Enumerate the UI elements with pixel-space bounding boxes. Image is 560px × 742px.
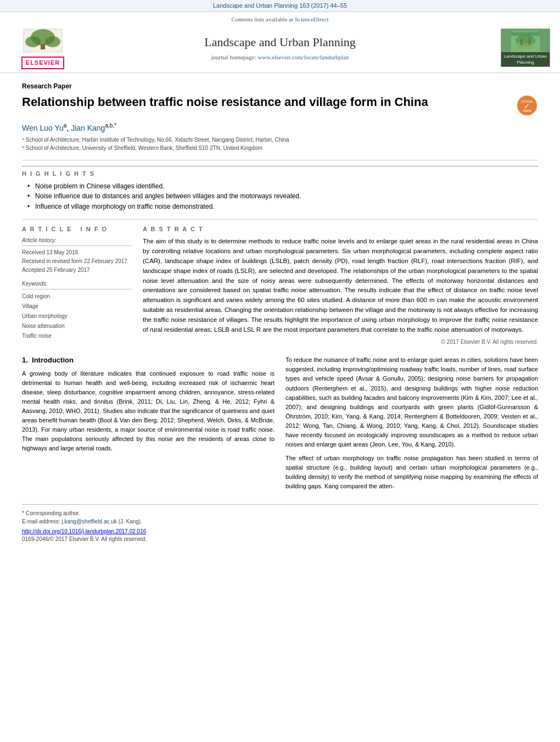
body-columns: 1. Introduction A growing body of litera… <box>22 355 538 495</box>
svg-point-3 <box>45 36 60 47</box>
page: Landscape and Urban Planning 163 (2017) … <box>0 0 560 742</box>
header-contents-line: Contents lists available at ScienceDirec… <box>0 15 560 24</box>
paper-type-label: Research Paper <box>22 82 538 91</box>
elsevier-tree-icon <box>21 26 65 57</box>
journal-homepage: journal homepage: www.elsevier.com/locat… <box>76 53 484 62</box>
svg-rect-11 <box>529 38 530 45</box>
email-label: E-mail address: <box>22 518 60 525</box>
keyword-5: Traffic noise <box>22 331 132 341</box>
article-info-section-label: A R T I C L E I N F O <box>22 225 132 233</box>
crossmark-icon: ✓ Cross Mark <box>516 94 538 116</box>
intro-para-3: The effect of urban morphology on traffi… <box>285 454 538 491</box>
intro-heading: 1. Introduction <box>22 355 275 365</box>
article-history: Article history: Received 13 May 2016 Re… <box>22 237 132 275</box>
svg-rect-9 <box>517 43 534 49</box>
highlight-item-2: Noise influence due to distances and ang… <box>27 192 538 201</box>
footer: * Corresponding author. E-mail address: … <box>22 504 538 543</box>
received-date: Received 13 May 2016 <box>22 248 132 257</box>
highlight-item-1: Noise problem in Chinese villages identi… <box>27 182 538 191</box>
affiliation-a: ᵃ School of Architecture, Harbin Institu… <box>22 136 538 144</box>
homepage-link[interactable]: www.elsevier.com/locate/landurbplan <box>257 54 349 60</box>
journal-cover-image: Landscape and Urban Planning <box>501 29 550 67</box>
title-row: Relationship between traffic noise resis… <box>22 94 538 116</box>
keyword-3: Urban morphology <box>22 311 132 321</box>
corresponding-note: * Corresponding author. <box>22 509 538 517</box>
header: Contents lists available at ScienceDirec… <box>0 12 560 73</box>
author-luo-yu[interactable]: Wen Luo Yu <box>22 124 64 132</box>
revised-date: Received in revised form 22 February 201… <box>22 257 132 266</box>
issn-copyright: 0169-2046/© 2017 Elsevier B.V. All right… <box>22 535 538 543</box>
paper-title: Relationship between traffic noise resis… <box>22 94 507 110</box>
sciencedirect-link[interactable]: ScienceDirect <box>295 16 329 23</box>
article-info-dates: Received 13 May 2016 Received in revised… <box>22 248 132 275</box>
keywords-section: Keywords: Cold region Village Urban morp… <box>22 280 132 341</box>
svg-point-2 <box>25 36 41 47</box>
journal-cover-container: Landscape and Urban Planning <box>484 29 550 67</box>
intro-para-1: A growing body of literature indicates t… <box>22 369 275 453</box>
journal-title: Landscape and Urban Planning <box>76 34 484 51</box>
svg-text:Cross: Cross <box>522 99 533 104</box>
body-col-left: 1. Introduction A growing body of litera… <box>22 355 275 495</box>
svg-rect-7 <box>512 30 539 32</box>
divider-2 <box>22 219 538 220</box>
authors-line: Wen Luo Yua, Jian Kanga,b,* <box>22 122 538 133</box>
highlights-section: H I G H L I G H T S Noise problem in Chi… <box>22 166 538 211</box>
contents-text: Contents lists available at <box>231 16 293 23</box>
homepage-label: journal homepage: <box>211 54 256 60</box>
doi-anchor[interactable]: http://dx.doi.org/10.1016/j.landurbplan.… <box>22 528 146 534</box>
elsevier-wordmark: ELSEVIER <box>21 57 64 69</box>
email-link[interactable]: j.kang@sheffield.ac.uk <box>61 518 117 525</box>
highlights-list: Noise problem in Chinese villages identi… <box>22 182 538 211</box>
keyword-4: Noise attenuation <box>22 321 132 331</box>
copyright-notice: © 2017 Elsevier B.V. All rights reserved… <box>143 338 538 346</box>
abstract-column: A B S T R A C T The aim of this study is… <box>143 225 538 347</box>
info-abstract-columns: A R T I C L E I N F O Article history: R… <box>22 225 538 347</box>
svg-rect-4 <box>41 44 45 49</box>
keywords-label: Keywords: <box>22 280 132 289</box>
article-history-label: Article history: <box>22 237 132 246</box>
keyword-2: Village <box>22 302 132 311</box>
affil-sup-ab: a,b,* <box>105 122 116 129</box>
affiliations: ᵃ School of Architecture, Harbin Institu… <box>22 136 538 152</box>
content: Research Paper Relationship between traf… <box>0 73 560 552</box>
abstract-label: A B S T R A C T <box>143 225 538 233</box>
cover-illustration <box>501 29 550 52</box>
abstract-text: The aim of this study is to determine me… <box>143 237 538 334</box>
email-note: E-mail address: j.kang@sheffield.ac.uk (… <box>22 517 538 526</box>
cover-text: Landscape and Urban Planning <box>501 52 550 66</box>
doi-link: http://dx.doi.org/10.1016/j.landurbplan.… <box>22 528 538 535</box>
intro-para-2: To reduce the nuisance of traffic noise … <box>285 355 538 449</box>
author-kang[interactable]: Jian Kang <box>71 124 105 132</box>
header-main: ELSEVIER Landscape and Urban Planning jo… <box>0 26 560 72</box>
accepted-date: Accepted 25 February 2017 <box>22 266 132 275</box>
highlight-item-3: Influence of village morphology on traff… <box>27 202 538 211</box>
affil-sup-a: a <box>64 122 67 129</box>
affiliation-b: ᵇ School of Architecture, University of … <box>22 144 538 152</box>
keyword-1: Cold region <box>22 292 132 302</box>
divider-1 <box>22 160 538 160</box>
citation-bar: Landscape and Urban Planning 163 (2017) … <box>0 0 560 12</box>
svg-text:Mark: Mark <box>523 109 531 113</box>
corresponding-label: * Corresponding author. <box>22 510 80 516</box>
svg-rect-10 <box>520 39 523 45</box>
email-person: (J. Kang). <box>119 518 142 525</box>
highlights-label: H I G H L I G H T S <box>22 170 538 178</box>
header-center: Landscape and Urban Planning journal hom… <box>76 34 484 62</box>
body-col-right: To reduce the nuisance of traffic noise … <box>285 355 538 495</box>
elsevier-logo-container: ELSEVIER <box>10 26 76 69</box>
journal-citation-link[interactable]: Landscape and Urban Planning 163 (2017) … <box>213 2 347 9</box>
article-info-column: A R T I C L E I N F O Article history: R… <box>22 225 132 347</box>
keywords-list: Cold region Village Urban morphology Noi… <box>22 292 132 341</box>
